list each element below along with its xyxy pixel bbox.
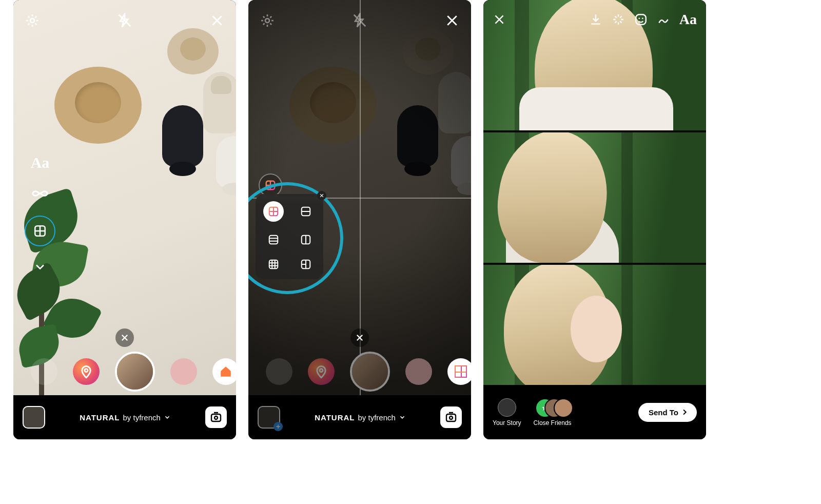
filter-option-face[interactable]: [170, 358, 197, 385]
filter-name-text: NATURAL: [80, 413, 120, 422]
close-icon[interactable]: [209, 13, 225, 28]
layout-option-cols-2[interactable]: [299, 233, 312, 246]
switch-camera-button[interactable]: [205, 406, 227, 428]
shutter-button[interactable]: [350, 352, 390, 392]
story-preview[interactable]: [483, 0, 706, 395]
layout-option-1-2[interactable]: [299, 258, 312, 271]
svg-rect-3: [211, 414, 221, 421]
svg-rect-14: [636, 14, 646, 25]
gallery-button[interactable]: [23, 406, 45, 429]
layout-option-rows-3[interactable]: [267, 233, 280, 246]
your-story-button[interactable]: Your Story: [493, 398, 521, 427]
filter-option[interactable]: [31, 358, 57, 385]
settings-icon[interactable]: [25, 13, 40, 28]
filter-option-layout[interactable]: [447, 358, 471, 385]
close-friends-avatars: [535, 398, 570, 417]
draw-icon[interactable]: [657, 13, 670, 26]
top-controls: [13, 5, 236, 36]
filter-option[interactable]: [266, 358, 292, 385]
svg-point-16: [642, 17, 643, 19]
edit-top-controls: Aa: [483, 5, 706, 34]
text-tool-icon[interactable]: Aa: [31, 154, 50, 171]
svg-rect-8: [269, 236, 278, 244]
svg-point-15: [638, 17, 640, 19]
text-tool-icon[interactable]: Aa: [679, 11, 697, 28]
close-friends-button[interactable]: Close Friends: [534, 398, 572, 427]
camera-bottom-bar: NATURAL by tyfrench: [13, 395, 236, 439]
top-controls: [248, 5, 471, 36]
effects-icon[interactable]: [612, 13, 625, 26]
avatar-icon: [498, 398, 516, 417]
dismiss-filter-button[interactable]: [115, 328, 134, 347]
layout-tool-button[interactable]: [25, 216, 55, 246]
collage-pane-3: [483, 265, 706, 395]
camera-bottom-bar: + NATURAL by tyfrench: [248, 395, 471, 439]
shutter-button[interactable]: [115, 352, 155, 392]
send-to-label: Send To: [649, 408, 678, 417]
gallery-button[interactable]: +: [258, 406, 280, 429]
download-icon[interactable]: [589, 13, 602, 26]
flash-off-icon[interactable]: [352, 13, 367, 28]
share-bar: Your Story Close Friends Send To: [483, 385, 706, 439]
filter-name-text: NATURAL: [315, 413, 355, 422]
filter-option-home[interactable]: [212, 358, 236, 385]
layout-option-3x3[interactable]: [267, 258, 280, 271]
dismiss-filter-button[interactable]: [350, 328, 369, 347]
story-tools: Aa: [25, 154, 55, 274]
screen-layout-picker: + NATURAL by tyfrench: [248, 0, 471, 439]
filter-option-location[interactable]: [308, 358, 335, 385]
close-friends-label: Close Friends: [534, 419, 572, 427]
close-icon[interactable]: [493, 13, 506, 26]
svg-point-4: [265, 18, 269, 23]
more-tools-icon[interactable]: [33, 260, 47, 274]
boomerang-icon[interactable]: [31, 185, 49, 202]
svg-rect-13: [446, 414, 456, 421]
flash-off-icon[interactable]: [117, 13, 132, 28]
settings-icon[interactable]: [260, 13, 275, 28]
svg-rect-10: [269, 260, 278, 269]
screen-share: Aa Your Story Close Friends Send To: [483, 0, 706, 439]
svg-point-2: [85, 369, 88, 372]
send-to-button[interactable]: Send To: [638, 403, 697, 422]
svg-point-0: [30, 18, 34, 23]
screen-camera: Aa NATURAL by tyfrench: [13, 0, 236, 439]
filter-option-location[interactable]: [73, 358, 100, 385]
layout-option-rows-2[interactable]: [299, 205, 312, 218]
svg-point-12: [320, 369, 323, 372]
layout-option-2x2[interactable]: [263, 201, 284, 222]
sticker-icon[interactable]: [634, 13, 648, 26]
your-story-label: Your Story: [493, 419, 521, 427]
filter-option-face[interactable]: [405, 358, 432, 385]
close-popover-button[interactable]: [317, 191, 326, 200]
layout-options-popover: [256, 194, 323, 279]
filter-carousel[interactable]: [248, 351, 471, 392]
filter-carousel[interactable]: [13, 351, 236, 392]
switch-camera-button[interactable]: [440, 406, 462, 428]
filter-name-label[interactable]: NATURAL by tyfrench: [80, 413, 171, 422]
filter-name-label[interactable]: NATURAL by tyfrench: [315, 413, 406, 422]
close-icon[interactable]: [444, 13, 460, 28]
collage-pane-2: [483, 132, 706, 263]
